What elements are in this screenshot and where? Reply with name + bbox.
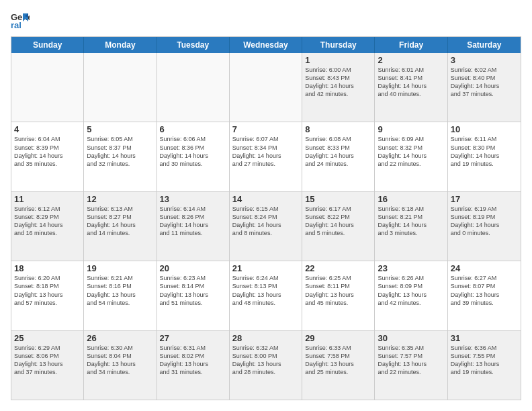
calendar-cell: 20Sunrise: 6:23 AM Sunset: 8:14 PM Dayli… xyxy=(157,261,230,330)
calendar-cell: 9Sunrise: 6:09 AM Sunset: 8:32 PM Daylig… xyxy=(375,122,447,191)
calendar-week-row: 25Sunrise: 6:29 AM Sunset: 8:06 PM Dayli… xyxy=(11,330,521,400)
calendar-cell xyxy=(157,53,230,122)
calendar-cell: 7Sunrise: 6:07 AM Sunset: 8:34 PM Daylig… xyxy=(230,122,302,191)
cell-info: Sunrise: 6:13 AM Sunset: 8:27 PM Dayligh… xyxy=(87,205,153,238)
calendar-week-row: 1Sunrise: 6:00 AM Sunset: 8:43 PM Daylig… xyxy=(11,53,521,122)
day-number: 25 xyxy=(14,333,81,343)
day-number: 6 xyxy=(160,124,226,134)
cell-info: Sunrise: 6:23 AM Sunset: 8:14 PM Dayligh… xyxy=(160,274,226,307)
calendar-cell: 21Sunrise: 6:24 AM Sunset: 8:13 PM Dayli… xyxy=(230,261,302,330)
day-number: 28 xyxy=(232,333,299,343)
cell-info: Sunrise: 6:21 AM Sunset: 8:16 PM Dayligh… xyxy=(87,274,153,307)
svg-text:ral: ral xyxy=(11,20,21,30)
calendar-cell xyxy=(11,53,84,122)
day-header: Friday xyxy=(375,37,447,53)
cell-info: Sunrise: 6:26 AM Sunset: 8:09 PM Dayligh… xyxy=(378,274,444,307)
calendar-cell: 12Sunrise: 6:13 AM Sunset: 8:27 PM Dayli… xyxy=(84,192,157,261)
day-number: 3 xyxy=(451,55,518,65)
calendar-cell xyxy=(84,53,157,122)
day-header: Sunday xyxy=(11,37,84,53)
cell-info: Sunrise: 6:14 AM Sunset: 8:26 PM Dayligh… xyxy=(160,205,226,238)
day-number: 5 xyxy=(87,124,153,134)
cell-info: Sunrise: 6:00 AM Sunset: 8:43 PM Dayligh… xyxy=(305,66,371,99)
day-header: Saturday xyxy=(448,37,521,53)
cell-info: Sunrise: 6:24 AM Sunset: 8:13 PM Dayligh… xyxy=(232,274,299,307)
logo: Gene ral xyxy=(11,11,32,30)
day-header: Thursday xyxy=(302,37,375,53)
cell-info: Sunrise: 6:07 AM Sunset: 8:34 PM Dayligh… xyxy=(232,135,299,168)
calendar: SundayMondayTuesdayWednesdayThursdayFrid… xyxy=(11,36,521,400)
cell-info: Sunrise: 6:33 AM Sunset: 7:58 PM Dayligh… xyxy=(305,344,371,377)
day-number: 2 xyxy=(378,55,444,65)
cell-info: Sunrise: 6:32 AM Sunset: 8:00 PM Dayligh… xyxy=(232,344,299,377)
calendar-cell: 30Sunrise: 6:35 AM Sunset: 7:57 PM Dayli… xyxy=(375,331,447,400)
page: Gene ral SundayMondayTuesdayWednesdayThu… xyxy=(0,0,532,411)
calendar-cell: 2Sunrise: 6:01 AM Sunset: 8:41 PM Daylig… xyxy=(375,53,447,122)
calendar-cell: 17Sunrise: 6:19 AM Sunset: 8:19 PM Dayli… xyxy=(448,192,521,261)
header: Gene ral xyxy=(11,11,521,30)
logo-icon: Gene ral xyxy=(11,11,30,30)
day-number: 30 xyxy=(378,333,444,343)
day-number: 13 xyxy=(160,194,226,204)
calendar-week-row: 4Sunrise: 6:04 AM Sunset: 8:39 PM Daylig… xyxy=(11,122,521,191)
cell-info: Sunrise: 6:05 AM Sunset: 8:37 PM Dayligh… xyxy=(87,135,153,168)
calendar-cell: 26Sunrise: 6:30 AM Sunset: 8:04 PM Dayli… xyxy=(84,331,157,400)
day-number: 29 xyxy=(305,333,371,343)
calendar-cell: 22Sunrise: 6:25 AM Sunset: 8:11 PM Dayli… xyxy=(302,261,375,330)
day-number: 19 xyxy=(87,263,153,273)
calendar-cell: 15Sunrise: 6:17 AM Sunset: 8:22 PM Dayli… xyxy=(302,192,375,261)
calendar-cell: 3Sunrise: 6:02 AM Sunset: 8:40 PM Daylig… xyxy=(448,53,521,122)
calendar-cell: 31Sunrise: 6:36 AM Sunset: 7:55 PM Dayli… xyxy=(448,331,521,400)
calendar-cell: 11Sunrise: 6:12 AM Sunset: 8:29 PM Dayli… xyxy=(11,192,84,261)
cell-info: Sunrise: 6:29 AM Sunset: 8:06 PM Dayligh… xyxy=(14,344,81,377)
calendar-cell: 25Sunrise: 6:29 AM Sunset: 8:06 PM Dayli… xyxy=(11,331,84,400)
cell-info: Sunrise: 6:11 AM Sunset: 8:30 PM Dayligh… xyxy=(451,135,518,168)
cell-info: Sunrise: 6:27 AM Sunset: 8:07 PM Dayligh… xyxy=(451,274,518,307)
calendar-cell: 5Sunrise: 6:05 AM Sunset: 8:37 PM Daylig… xyxy=(84,122,157,191)
cell-info: Sunrise: 6:36 AM Sunset: 7:55 PM Dayligh… xyxy=(451,344,518,377)
calendar-cell: 23Sunrise: 6:26 AM Sunset: 8:09 PM Dayli… xyxy=(375,261,447,330)
day-header: Wednesday xyxy=(230,37,302,53)
day-number: 9 xyxy=(378,124,444,134)
day-number: 23 xyxy=(378,263,444,273)
day-header: Monday xyxy=(84,37,157,53)
cell-info: Sunrise: 6:15 AM Sunset: 8:24 PM Dayligh… xyxy=(232,205,299,238)
cell-info: Sunrise: 6:06 AM Sunset: 8:36 PM Dayligh… xyxy=(160,135,226,168)
day-number: 27 xyxy=(160,333,226,343)
day-number: 7 xyxy=(232,124,299,134)
cell-info: Sunrise: 6:12 AM Sunset: 8:29 PM Dayligh… xyxy=(14,205,81,238)
day-number: 24 xyxy=(451,263,518,273)
calendar-cell: 1Sunrise: 6:00 AM Sunset: 8:43 PM Daylig… xyxy=(302,53,375,122)
cell-info: Sunrise: 6:17 AM Sunset: 8:22 PM Dayligh… xyxy=(305,205,371,238)
day-number: 11 xyxy=(14,194,81,204)
cell-info: Sunrise: 6:25 AM Sunset: 8:11 PM Dayligh… xyxy=(305,274,371,307)
cell-info: Sunrise: 6:09 AM Sunset: 8:32 PM Dayligh… xyxy=(378,135,444,168)
calendar-week-row: 18Sunrise: 6:20 AM Sunset: 8:18 PM Dayli… xyxy=(11,261,521,330)
calendar-cell: 10Sunrise: 6:11 AM Sunset: 8:30 PM Dayli… xyxy=(448,122,521,191)
calendar-cell: 28Sunrise: 6:32 AM Sunset: 8:00 PM Dayli… xyxy=(230,331,302,400)
cell-info: Sunrise: 6:01 AM Sunset: 8:41 PM Dayligh… xyxy=(378,66,444,99)
day-number: 15 xyxy=(305,194,371,204)
calendar-cell: 19Sunrise: 6:21 AM Sunset: 8:16 PM Dayli… xyxy=(84,261,157,330)
calendar-cell: 13Sunrise: 6:14 AM Sunset: 8:26 PM Dayli… xyxy=(157,192,230,261)
day-number: 4 xyxy=(14,124,81,134)
day-number: 10 xyxy=(451,124,518,134)
cell-info: Sunrise: 6:18 AM Sunset: 8:21 PM Dayligh… xyxy=(378,205,444,238)
day-number: 8 xyxy=(305,124,371,134)
day-number: 31 xyxy=(451,333,518,343)
cell-info: Sunrise: 6:19 AM Sunset: 8:19 PM Dayligh… xyxy=(451,205,518,238)
cell-info: Sunrise: 6:02 AM Sunset: 8:40 PM Dayligh… xyxy=(451,66,518,99)
calendar-cell xyxy=(230,53,302,122)
calendar-cell: 27Sunrise: 6:31 AM Sunset: 8:02 PM Dayli… xyxy=(157,331,230,400)
cell-info: Sunrise: 6:31 AM Sunset: 8:02 PM Dayligh… xyxy=(160,344,226,377)
day-number: 26 xyxy=(87,333,153,343)
cell-info: Sunrise: 6:04 AM Sunset: 8:39 PM Dayligh… xyxy=(14,135,81,168)
day-number: 14 xyxy=(232,194,299,204)
calendar-body: 1Sunrise: 6:00 AM Sunset: 8:43 PM Daylig… xyxy=(11,53,521,400)
calendar-cell: 18Sunrise: 6:20 AM Sunset: 8:18 PM Dayli… xyxy=(11,261,84,330)
calendar-cell: 14Sunrise: 6:15 AM Sunset: 8:24 PM Dayli… xyxy=(230,192,302,261)
cell-info: Sunrise: 6:20 AM Sunset: 8:18 PM Dayligh… xyxy=(14,274,81,307)
cell-info: Sunrise: 6:30 AM Sunset: 8:04 PM Dayligh… xyxy=(87,344,153,377)
calendar-cell: 8Sunrise: 6:08 AM Sunset: 8:33 PM Daylig… xyxy=(302,122,375,191)
day-number: 12 xyxy=(87,194,153,204)
